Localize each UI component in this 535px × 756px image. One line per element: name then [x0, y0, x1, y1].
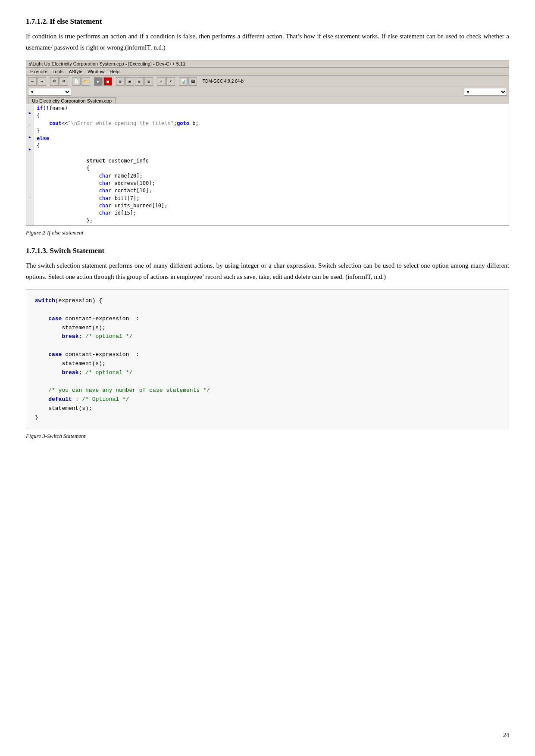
ide-code-area: ▶ ─ ▶ ▶ ─ if(!fname) { cout<<"\nError wh… [26, 104, 509, 225]
toolbar-sep-1 [48, 78, 48, 85]
ide-toolbar: ← → ⧉ ⧉ 📄 📂 ▶ ■ ⊞ ▣ ⊞ ⊟ ✓ ✗ 📊 🖼 TDM-GCC … [26, 76, 509, 87]
toolbar-sep-7 [199, 78, 199, 85]
figure2-caption: Figure 3-Switch Statement [26, 433, 509, 440]
menu-tools[interactable]: Tools [50, 69, 66, 75]
ide-dropdown1[interactable]: ▾ [28, 88, 71, 96]
toolbar-sep-3 [92, 78, 92, 85]
ide-menubar[interactable]: Execute Tools AStyle Window Help [26, 68, 509, 76]
switch-code-block: switch(expression) { case constant-expre… [26, 289, 509, 429]
toolbar-btn-grid2[interactable]: ▣ [125, 77, 134, 86]
section2-heading: 1.7.1.3. Switch Statement [26, 247, 509, 255]
gutter-icon-10 [27, 158, 33, 164]
toolbar-sep-4 [114, 78, 114, 85]
toolbar-btn-chart[interactable]: 📊 [179, 77, 188, 86]
section1-heading: 1.7.1.2. If else Statement [26, 17, 509, 26]
toolbar-btn-exec[interactable]: ▶ [94, 77, 103, 86]
toolbar-compiler-label: TDM-GCC 4.9.2 64-b [203, 79, 244, 84]
ide-title-text: s\Light Up Electricity Corporation Syste… [29, 61, 185, 66]
figure1-caption: Figure 2-If else statement [26, 229, 509, 236]
toolbar-btn-open[interactable]: 📂 [81, 77, 90, 86]
toolbar-btn-stop[interactable]: ■ [103, 77, 112, 86]
toolbar-btn-x[interactable]: ✗ [166, 77, 175, 86]
gutter-icon-3 [27, 116, 33, 122]
toolbar-btn-new[interactable]: 📄 [72, 77, 81, 86]
toolbar-btn-copy[interactable]: ⧉ [50, 77, 59, 86]
toolbar-btn-image[interactable]: 🖼 [188, 77, 197, 86]
gutter-icon-1 [27, 104, 33, 110]
toolbar-btn-copy2[interactable]: ⧉ [59, 77, 68, 86]
toolbar-btn-back[interactable]: ← [28, 77, 37, 86]
gutter-icon-9 [27, 152, 33, 158]
menu-window[interactable]: Window [85, 69, 106, 75]
gutter-icon-14 [27, 182, 33, 188]
gutter-icon-2: ▶ [27, 110, 33, 116]
ide-filetab-row: Up Electricity Corporation System.cpp [26, 97, 509, 104]
gutter-icon-13 [27, 176, 33, 182]
gutter-icon-11 [27, 164, 33, 170]
section2-paragraph: The switch selection statement performs … [26, 260, 509, 282]
gutter-icon-12 [27, 170, 33, 176]
ide-window: s\Light Up Electricity Corporation Syste… [26, 60, 509, 226]
toolbar-btn-fwd[interactable]: → [38, 77, 46, 86]
section1-paragraph: If condition is true performs an action … [26, 31, 509, 53]
ide-gutter: ▶ ─ ▶ ▶ ─ [26, 104, 34, 225]
ide-filetab[interactable]: Up Electricity Corporation System.cpp [28, 97, 116, 104]
ide-dropdown-row: ▾ ▾ [26, 87, 509, 97]
gutter-icon-5 [27, 128, 33, 134]
menu-help[interactable]: Help [107, 69, 122, 75]
menu-astyle[interactable]: AStyle [66, 69, 84, 75]
menu-execute[interactable]: Execute [28, 69, 50, 75]
ide-code-content: if(!fname) { cout<<"\nError while openin… [34, 104, 509, 225]
toolbar-btn-grid4[interactable]: ⊟ [144, 77, 153, 86]
gutter-icon-15 [27, 188, 33, 194]
ide-dropdown2[interactable]: ▾ [464, 88, 507, 96]
gutter-icon-8: ▶ [27, 146, 33, 152]
gutter-icon-16: ─ [27, 194, 33, 200]
toolbar-sep-5 [155, 78, 155, 85]
toolbar-sep-6 [177, 78, 177, 85]
ide-titlebar: s\Light Up Electricity Corporation Syste… [26, 60, 509, 68]
toolbar-sep-2 [70, 78, 70, 85]
gutter-icon-6: ▶ [27, 134, 33, 140]
toolbar-btn-grid1[interactable]: ⊞ [116, 77, 125, 86]
toolbar-btn-check[interactable]: ✓ [157, 77, 166, 86]
toolbar-btn-grid3[interactable]: ⊞ [135, 77, 144, 86]
gutter-icon-4: ─ [27, 122, 33, 128]
gutter-icon-7 [27, 140, 33, 146]
